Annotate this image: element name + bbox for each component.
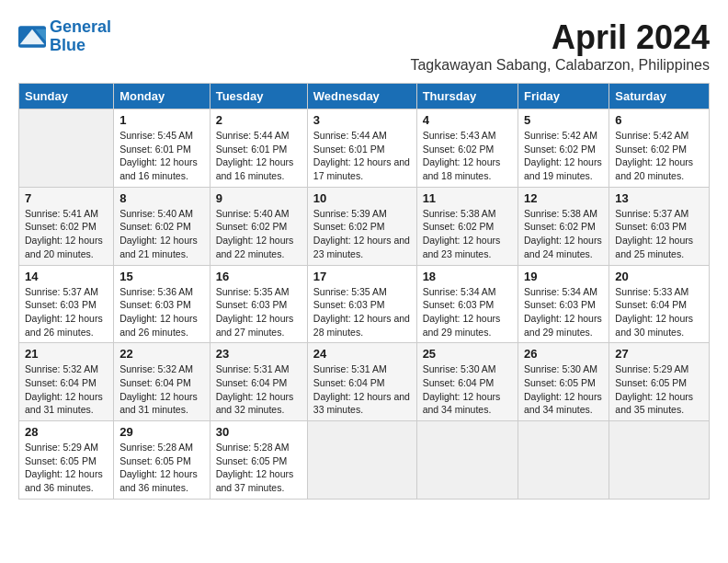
calendar-body: 1Sunrise: 5:45 AMSunset: 6:01 PMDaylight… bbox=[19, 109, 710, 500]
column-header-monday: Monday bbox=[114, 84, 210, 109]
day-number: 23 bbox=[216, 347, 301, 361]
day-info: Sunrise: 5:38 AMSunset: 6:02 PMDaylight:… bbox=[524, 207, 603, 261]
day-info: Sunrise: 5:44 AMSunset: 6:01 PMDaylight:… bbox=[216, 129, 301, 183]
day-cell: 22Sunrise: 5:32 AMSunset: 6:04 PMDayligh… bbox=[114, 343, 210, 421]
day-cell: 14Sunrise: 5:37 AMSunset: 6:03 PMDayligh… bbox=[19, 265, 114, 343]
day-cell bbox=[307, 421, 416, 500]
day-number: 29 bbox=[119, 425, 204, 439]
day-number: 28 bbox=[25, 425, 108, 439]
day-cell: 20Sunrise: 5:33 AMSunset: 6:04 PMDayligh… bbox=[609, 265, 710, 343]
day-cell: 13Sunrise: 5:37 AMSunset: 6:03 PMDayligh… bbox=[609, 187, 710, 265]
day-number: 19 bbox=[524, 270, 603, 283]
day-number: 22 bbox=[119, 347, 204, 361]
day-info: Sunrise: 5:29 AMSunset: 6:05 PMDaylight:… bbox=[615, 362, 703, 417]
page-header: General Blue April 2024 Tagkawayan Saban… bbox=[18, 18, 710, 74]
day-cell bbox=[416, 421, 518, 500]
day-info: Sunrise: 5:40 AMSunset: 6:02 PMDaylight:… bbox=[216, 207, 301, 261]
day-number: 3 bbox=[313, 113, 411, 127]
day-cell: 7Sunrise: 5:41 AMSunset: 6:02 PMDaylight… bbox=[19, 187, 114, 265]
main-title: April 2024 bbox=[410, 18, 710, 57]
day-cell: 18Sunrise: 5:34 AMSunset: 6:03 PMDayligh… bbox=[416, 265, 518, 343]
day-info: Sunrise: 5:43 AMSunset: 6:02 PMDaylight:… bbox=[423, 129, 512, 183]
week-row-2: 7Sunrise: 5:41 AMSunset: 6:02 PMDaylight… bbox=[19, 187, 710, 265]
day-cell: 23Sunrise: 5:31 AMSunset: 6:04 PMDayligh… bbox=[210, 343, 307, 421]
day-info: Sunrise: 5:28 AMSunset: 6:05 PMDaylight:… bbox=[119, 441, 204, 495]
day-info: Sunrise: 5:35 AMSunset: 6:03 PMDaylight:… bbox=[313, 285, 411, 339]
day-info: Sunrise: 5:40 AMSunset: 6:02 PMDaylight:… bbox=[119, 207, 204, 261]
day-number: 27 bbox=[615, 347, 703, 361]
day-info: Sunrise: 5:45 AMSunset: 6:01 PMDaylight:… bbox=[119, 129, 204, 183]
day-number: 16 bbox=[216, 270, 301, 283]
day-number: 26 bbox=[524, 347, 603, 361]
week-row-3: 14Sunrise: 5:37 AMSunset: 6:03 PMDayligh… bbox=[19, 265, 710, 343]
day-number: 9 bbox=[216, 191, 301, 205]
title-area: April 2024 Tagkawayan Sabang, Calabarzon… bbox=[410, 18, 710, 74]
day-cell: 8Sunrise: 5:40 AMSunset: 6:02 PMDaylight… bbox=[114, 187, 210, 265]
day-number: 8 bbox=[119, 191, 204, 205]
day-info: Sunrise: 5:35 AMSunset: 6:03 PMDaylight:… bbox=[216, 285, 301, 339]
day-cell: 5Sunrise: 5:42 AMSunset: 6:02 PMDaylight… bbox=[518, 109, 609, 188]
day-number: 2 bbox=[216, 113, 301, 127]
day-info: Sunrise: 5:31 AMSunset: 6:04 PMDaylight:… bbox=[313, 362, 411, 417]
day-info: Sunrise: 5:30 AMSunset: 6:05 PMDaylight:… bbox=[524, 362, 603, 417]
day-cell: 26Sunrise: 5:30 AMSunset: 6:05 PMDayligh… bbox=[518, 343, 609, 421]
day-info: Sunrise: 5:36 AMSunset: 6:03 PMDaylight:… bbox=[119, 285, 204, 339]
day-number: 13 bbox=[615, 191, 703, 205]
day-cell bbox=[609, 421, 710, 500]
day-cell: 24Sunrise: 5:31 AMSunset: 6:04 PMDayligh… bbox=[307, 343, 416, 421]
week-row-4: 21Sunrise: 5:32 AMSunset: 6:04 PMDayligh… bbox=[19, 343, 710, 421]
day-number: 1 bbox=[119, 113, 204, 127]
day-cell bbox=[518, 421, 609, 500]
week-row-5: 28Sunrise: 5:29 AMSunset: 6:05 PMDayligh… bbox=[19, 421, 710, 500]
calendar-header-row: SundayMondayTuesdayWednesdayThursdayFrid… bbox=[19, 84, 710, 109]
day-number: 30 bbox=[216, 425, 301, 439]
day-info: Sunrise: 5:31 AMSunset: 6:04 PMDaylight:… bbox=[216, 362, 301, 417]
day-number: 11 bbox=[423, 191, 512, 205]
day-number: 24 bbox=[313, 347, 411, 361]
day-info: Sunrise: 5:38 AMSunset: 6:02 PMDaylight:… bbox=[423, 207, 512, 261]
day-number: 17 bbox=[313, 270, 411, 283]
column-header-saturday: Saturday bbox=[609, 84, 710, 109]
day-info: Sunrise: 5:41 AMSunset: 6:02 PMDaylight:… bbox=[25, 207, 108, 261]
day-cell: 28Sunrise: 5:29 AMSunset: 6:05 PMDayligh… bbox=[19, 421, 114, 500]
day-info: Sunrise: 5:42 AMSunset: 6:02 PMDaylight:… bbox=[615, 129, 703, 183]
day-cell: 27Sunrise: 5:29 AMSunset: 6:05 PMDayligh… bbox=[609, 343, 710, 421]
day-info: Sunrise: 5:34 AMSunset: 6:03 PMDaylight:… bbox=[423, 285, 512, 339]
day-info: Sunrise: 5:33 AMSunset: 6:04 PMDaylight:… bbox=[615, 285, 703, 339]
column-header-wednesday: Wednesday bbox=[307, 84, 416, 109]
day-cell: 1Sunrise: 5:45 AMSunset: 6:01 PMDaylight… bbox=[114, 109, 210, 188]
day-cell: 25Sunrise: 5:30 AMSunset: 6:04 PMDayligh… bbox=[416, 343, 518, 421]
subtitle: Tagkawayan Sabang, Calabarzon, Philippin… bbox=[410, 57, 710, 74]
day-number: 18 bbox=[423, 270, 512, 283]
day-cell: 15Sunrise: 5:36 AMSunset: 6:03 PMDayligh… bbox=[114, 265, 210, 343]
day-info: Sunrise: 5:37 AMSunset: 6:03 PMDaylight:… bbox=[25, 285, 108, 339]
day-cell bbox=[19, 109, 114, 188]
logo: General Blue bbox=[18, 18, 111, 55]
day-cell: 16Sunrise: 5:35 AMSunset: 6:03 PMDayligh… bbox=[210, 265, 307, 343]
day-cell: 30Sunrise: 5:28 AMSunset: 6:05 PMDayligh… bbox=[210, 421, 307, 500]
day-number: 7 bbox=[25, 191, 108, 205]
logo-line2: Blue bbox=[50, 36, 85, 54]
logo-line1: General bbox=[50, 17, 111, 36]
day-info: Sunrise: 5:32 AMSunset: 6:04 PMDaylight:… bbox=[119, 362, 204, 417]
day-cell: 29Sunrise: 5:28 AMSunset: 6:05 PMDayligh… bbox=[114, 421, 210, 500]
calendar-table: SundayMondayTuesdayWednesdayThursdayFrid… bbox=[18, 83, 710, 500]
day-number: 12 bbox=[524, 191, 603, 205]
day-cell: 4Sunrise: 5:43 AMSunset: 6:02 PMDaylight… bbox=[416, 109, 518, 188]
day-cell: 17Sunrise: 5:35 AMSunset: 6:03 PMDayligh… bbox=[307, 265, 416, 343]
day-info: Sunrise: 5:34 AMSunset: 6:03 PMDaylight:… bbox=[524, 285, 603, 339]
column-header-tuesday: Tuesday bbox=[210, 84, 307, 109]
day-number: 6 bbox=[615, 113, 703, 127]
day-info: Sunrise: 5:28 AMSunset: 6:05 PMDaylight:… bbox=[216, 441, 301, 495]
day-info: Sunrise: 5:29 AMSunset: 6:05 PMDaylight:… bbox=[25, 441, 108, 495]
day-number: 10 bbox=[313, 191, 411, 205]
day-info: Sunrise: 5:37 AMSunset: 6:03 PMDaylight:… bbox=[615, 207, 703, 261]
day-number: 15 bbox=[119, 270, 204, 283]
day-number: 14 bbox=[25, 270, 108, 283]
column-header-sunday: Sunday bbox=[19, 84, 114, 109]
day-info: Sunrise: 5:44 AMSunset: 6:01 PMDaylight:… bbox=[313, 129, 411, 183]
day-info: Sunrise: 5:30 AMSunset: 6:04 PMDaylight:… bbox=[423, 362, 512, 417]
day-cell: 12Sunrise: 5:38 AMSunset: 6:02 PMDayligh… bbox=[518, 187, 609, 265]
day-cell: 11Sunrise: 5:38 AMSunset: 6:02 PMDayligh… bbox=[416, 187, 518, 265]
column-header-thursday: Thursday bbox=[416, 84, 518, 109]
